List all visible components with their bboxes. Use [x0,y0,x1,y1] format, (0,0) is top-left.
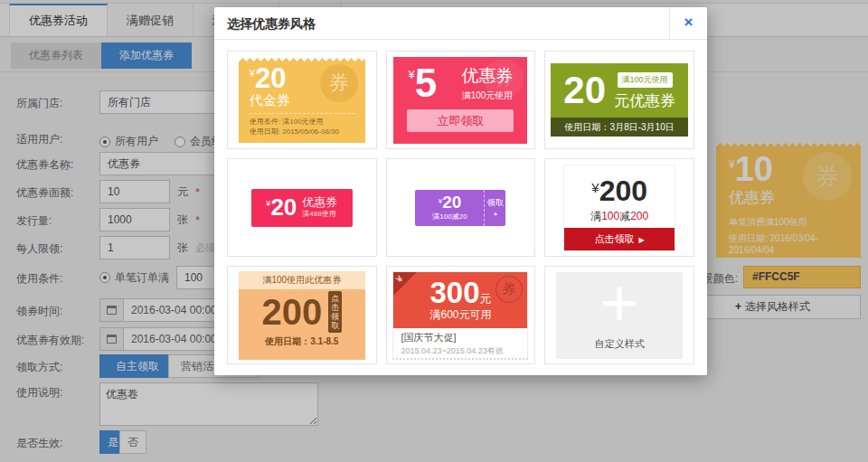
coupon-date: 使用日期：3.1-8.5 [239,335,365,348]
coupon-condition: 满488使用 [302,209,337,219]
coupon-style-option-2[interactable]: 券 ¥5 优惠券 满100元使用 立即领取 [386,51,536,149]
coupon-date: 2015.04.23~2015.04.23有效 [401,345,520,357]
click-claim-tag[interactable]: 点击领取 [328,291,342,333]
coupon-style-option-1[interactable]: ¥20 代金券 使用条件: 满100元使用 使用日期: 2015/05/06-0… [227,51,377,149]
coupon-amount: 20 [270,193,297,221]
currency-symbol: ¥ [408,68,414,81]
coupon-condition: 满100减20 [432,212,467,222]
cond-number: 100 [601,210,619,222]
cond-text: 减 [619,210,630,222]
plus-icon: + [556,272,683,335]
coupon-amount: 200 [261,294,322,330]
coupon-watermark-icon: 券 [320,64,358,102]
coupon-amount: 20 [255,62,286,94]
coupon-condition: 满100使用此优惠券 [239,271,365,289]
modal-title: 选择优惠券风格 [214,16,316,31]
close-icon[interactable]: × [669,7,707,40]
promo-name: [国庆节大促] [401,331,520,344]
modal-header: 选择优惠券风格 × [214,7,707,40]
coupon-style-option-6[interactable]: ¥200 满100减200 点击领取▶ [544,158,694,257]
coupon-condition: 使用条件: 满100元使用 [250,117,354,127]
claim-label: 领取 [487,198,504,207]
zigzag-edge [239,356,365,360]
arrow-up-icon: ▲ [493,209,498,218]
coupon-unit: 元 [480,292,492,306]
watermark-glyph: 券 [500,278,518,300]
zigzag-edge [239,139,365,143]
cond-text: 满 [590,210,601,222]
currency-symbol: ¥ [591,180,599,195]
coupon-style-option-4[interactable]: ¥20 优惠券 满488使用 [227,158,377,257]
coupon-style-option-3[interactable]: 20 满100元使用 元优惠券 使用日期：3月8日-3月10日 [544,51,694,149]
coupon-condition: 满600元可用 [393,307,527,323]
zigzag-edge [239,58,365,61]
coupon-style-option-7[interactable]: 满100使用此优惠券 200 点击领取 使用日期：3.1-8.5 [227,266,377,364]
click-claim-button[interactable]: 点击领取▶ [564,228,675,250]
click-claim-label: 点击领取 [595,233,635,244]
coupon-condition-tag: 满100元使用 [618,72,673,88]
coupon-amount: 20 [563,71,606,110]
watermark-glyph: 券 [494,65,514,92]
coupon-style-modal: 选择优惠券风格 × ¥20 代金券 使用条件: 满100元使用 使用日期: 20… [214,7,707,375]
arrow-right-icon: ▶ [639,236,645,244]
coupon-title: 元优惠券 [614,90,675,111]
cond-number: 200 [630,210,648,222]
coupon-watermark-icon: 券 [484,59,524,99]
coupon-condition: 满100减200 [564,209,675,224]
coupon-style-option-5[interactable]: ¥20 满100减20 领取 ▲ [386,158,536,257]
coupon-date: 使用日期: 2015/05/06-08/30 [250,127,354,137]
custom-style-label: 自定义样式 [556,337,683,351]
watermark-glyph: 券 [329,70,349,97]
coupon-title: 优惠券 [302,196,337,209]
coupon-amount: 20 [442,193,461,212]
coupon-style-grid: ¥20 代金券 使用条件: 满100元使用 使用日期: 2015/05/06-0… [214,40,707,375]
coupon-style-option-8[interactable]: ¥ 券 300元 满600元可用 [国庆节大促] 2015.04.23~2015… [386,266,536,364]
coupon-amount: 300 [429,276,479,309]
claim-now-button[interactable]: 立即领取 [407,109,514,132]
coupon-amount: 200 [599,174,647,207]
coupon-amount: 5 [415,61,437,105]
coupon-date: 使用日期：3月8日-3月10日 [551,118,688,137]
coupon-style-option-custom[interactable]: + 自定义样式 [544,266,694,364]
